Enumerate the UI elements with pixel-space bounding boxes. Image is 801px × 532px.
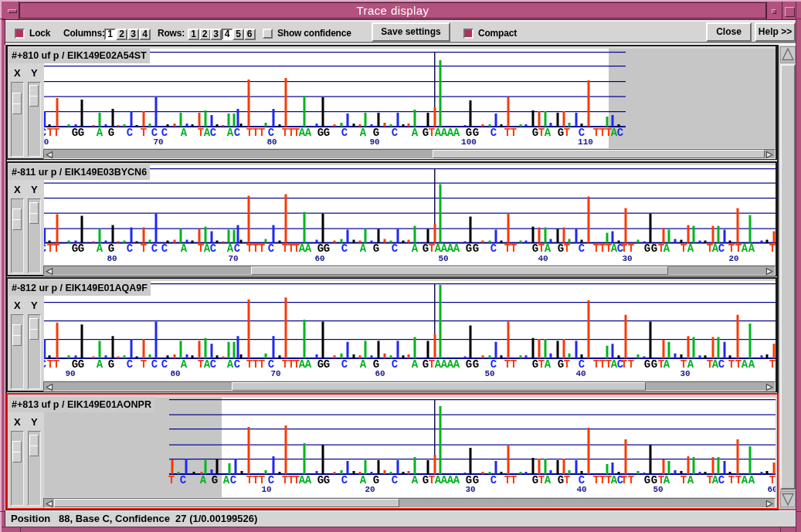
svg-text:80: 80 (170, 369, 180, 378)
svg-text:C: C (210, 358, 217, 371)
svg-text:T: T (53, 358, 59, 371)
svg-text:C: C (161, 358, 168, 371)
svg-text:C: C (490, 127, 497, 139)
svg-text:T: T (141, 358, 147, 371)
svg-text:30: 30 (622, 254, 632, 263)
svg-text:C: C (230, 474, 237, 486)
svg-text:T: T (564, 127, 570, 139)
svg-text:T: T (564, 358, 570, 371)
svg-text:C: C (161, 242, 168, 255)
svg-text:A: A (412, 358, 419, 371)
svg-text:T: T (259, 127, 265, 139)
svg-text:110: 110 (578, 137, 593, 147)
svg-text:T: T (564, 242, 570, 255)
svg-text:A: A (97, 242, 104, 255)
svg-text:G: G (324, 474, 330, 486)
svg-text:80: 80 (107, 254, 117, 263)
svg-text:C: C (718, 474, 725, 486)
svg-text:70: 70 (270, 369, 280, 378)
svg-text:C: C (718, 358, 725, 371)
svg-text:C: C (392, 358, 399, 371)
svg-text:90: 90 (369, 137, 379, 147)
svg-text:G: G (324, 358, 330, 371)
svg-text:G: G (644, 358, 650, 371)
svg-text:T: T (511, 358, 517, 371)
svg-text:A: A (227, 127, 234, 139)
svg-text:A: A (664, 358, 670, 371)
svg-text:C: C (234, 127, 241, 139)
svg-text:G: G (644, 242, 650, 255)
svg-text:40: 40 (575, 369, 585, 378)
svg-text:60: 60 (375, 369, 385, 378)
svg-text:T: T (769, 358, 776, 371)
svg-text:T: T (564, 474, 570, 486)
svg-text:T: T (168, 474, 175, 486)
svg-text:A: A (453, 242, 460, 255)
svg-text:A: A (742, 358, 748, 371)
svg-text:60: 60 (767, 485, 776, 494)
svg-text:T: T (728, 474, 735, 486)
svg-text:C: C (490, 242, 497, 255)
svg-text:70: 70 (153, 137, 163, 147)
svg-text:A: A (453, 474, 460, 486)
svg-text:A: A (545, 358, 552, 371)
svg-text:0: 0 (44, 137, 49, 147)
svg-text:T: T (141, 242, 147, 255)
svg-text:C: C (617, 127, 624, 139)
svg-text:A: A (742, 474, 748, 486)
svg-text:C: C (268, 242, 275, 255)
svg-text:C: C (490, 474, 497, 486)
svg-text:A: A (664, 474, 670, 486)
svg-text:A: A (360, 127, 367, 139)
svg-text:A: A (200, 474, 207, 486)
svg-text:G: G (644, 474, 650, 486)
svg-text:60: 60 (314, 254, 324, 263)
svg-text:T: T (511, 242, 517, 255)
svg-text:C: C (151, 242, 158, 255)
svg-text:G: G (466, 358, 472, 371)
svg-text:80: 80 (266, 137, 277, 147)
svg-text:A: A (748, 474, 755, 486)
svg-text:T: T (511, 474, 517, 486)
svg-text:C: C (234, 358, 241, 371)
svg-text:A: A (453, 127, 460, 139)
svg-text:T: T (259, 242, 265, 255)
svg-text:C: C (180, 474, 187, 486)
svg-text:A: A (181, 358, 188, 371)
svg-text:A: A (97, 127, 104, 139)
svg-text:C: C (341, 474, 348, 486)
svg-text:A: A (412, 127, 419, 139)
svg-text:A: A (687, 474, 694, 486)
svg-text:G: G (78, 358, 84, 371)
svg-text:A: A (360, 242, 367, 255)
svg-text:A: A (545, 474, 552, 486)
svg-text:A: A (305, 474, 312, 486)
svg-text:C: C (341, 242, 348, 255)
svg-text:A: A (305, 358, 312, 371)
svg-text:G: G (108, 127, 114, 139)
svg-text:G: G (324, 127, 330, 139)
svg-text:40: 40 (538, 254, 548, 263)
svg-text:G: G (78, 242, 84, 255)
svg-text:G: G (108, 358, 114, 371)
svg-text:30: 30 (465, 485, 475, 494)
svg-text:T: T (141, 127, 147, 139)
svg-text:30: 30 (680, 369, 690, 378)
svg-text:T: T (628, 358, 634, 371)
svg-text:T: T (628, 474, 634, 486)
svg-text:G: G (651, 242, 657, 255)
svg-text:50: 50 (484, 369, 494, 378)
svg-text:C: C (127, 358, 134, 371)
svg-text:C: C (341, 127, 348, 139)
svg-text:C: C (392, 242, 399, 255)
svg-text:T: T (53, 127, 59, 139)
svg-text:A: A (748, 358, 755, 371)
svg-text:G: G (651, 358, 657, 371)
svg-text:T: T (259, 358, 265, 371)
svg-text:C: C (210, 242, 217, 255)
svg-text:C: C (579, 242, 585, 255)
svg-text:90: 90 (65, 369, 75, 378)
svg-text:G: G (212, 474, 218, 486)
svg-text:C: C (127, 127, 134, 139)
svg-text:20: 20 (365, 485, 375, 494)
